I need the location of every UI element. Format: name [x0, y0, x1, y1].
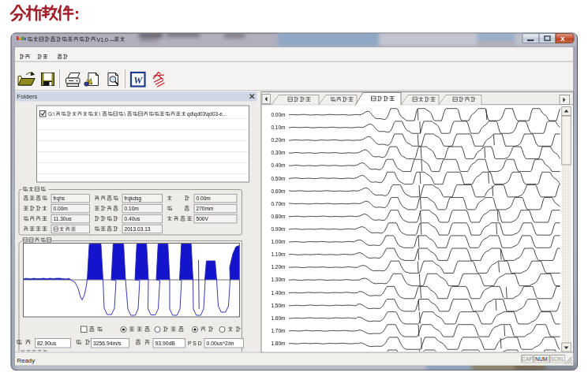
svg-text:1.50m: 1.50m [271, 303, 285, 308]
svg-text:0.10m: 0.10m [271, 125, 285, 130]
svg-text:3256.94m/s: 3256.94m/s [93, 341, 122, 346]
svg-text:\: \ [124, 111, 125, 117]
svg-text:0.00m: 0.00m [271, 112, 285, 117]
svg-text:frqkdsg: frqkdsg [125, 195, 142, 202]
svg-text:SCRL: SCRL [550, 356, 564, 362]
svg-text:\: \ [99, 111, 101, 117]
svg-text:0.90m: 0.90m [271, 226, 285, 232]
svg-text:0.80m: 0.80m [271, 214, 285, 219]
svg-text:0.40m: 0.40m [271, 162, 285, 168]
svg-text:—: — [110, 37, 115, 43]
svg-text:qd\qd03\qd03-e...: qd\qd03\qd03-e... [187, 111, 227, 117]
svg-text:11.30us: 11.30us [54, 216, 73, 222]
svg-text:0.30m: 0.30m [271, 150, 285, 155]
svg-text:Ready: Ready [17, 357, 36, 364]
svg-text:0.70m: 0.70m [271, 201, 285, 207]
svg-text:0.20m: 0.20m [271, 137, 285, 143]
svg-text:0.60m: 0.60m [271, 188, 285, 194]
svg-text:1.10m: 1.10m [271, 251, 285, 257]
svg-text:P S D: P S D [188, 341, 202, 346]
svg-text:1.20m: 1.20m [271, 264, 285, 270]
svg-text:CAP: CAP [522, 356, 533, 362]
svg-text:1.80m: 1.80m [271, 341, 285, 346]
svg-text:82.90us: 82.90us [37, 341, 57, 346]
svg-text:2013.03.13: 2013.03.13 [125, 226, 151, 232]
svg-text:0.10m: 0.10m [125, 206, 140, 211]
svg-text:270mm: 270mm [197, 206, 214, 211]
svg-text:1.00m: 1.00m [271, 239, 285, 244]
svg-text:0.00m: 0.00m [54, 206, 69, 211]
svg-text:NUM: NUM [535, 356, 548, 362]
svg-text:x: x [560, 34, 565, 43]
svg-text:93.90dB: 93.90dB [155, 341, 176, 346]
svg-text:1.40m: 1.40m [271, 290, 285, 296]
svg-text:V1.0: V1.0 [97, 37, 109, 43]
svg-text:0.00m: 0.00m [197, 195, 212, 201]
svg-text:1.70m: 1.70m [271, 328, 285, 333]
svg-text:1.60m: 1.60m [271, 315, 285, 321]
svg-text:W: W [133, 75, 143, 86]
svg-text:0.40us: 0.40us [125, 216, 141, 222]
svg-text:0.50m: 0.50m [271, 176, 285, 181]
svg-text:500V: 500V [197, 216, 209, 222]
svg-text:1.30m: 1.30m [271, 277, 285, 282]
svg-text:0.00us^2/m: 0.00us^2/m [207, 341, 234, 346]
svg-text:frqhs: frqhs [54, 195, 66, 202]
svg-text:G:\: G:\ [48, 111, 55, 117]
svg-text:Folders: Folders [17, 93, 38, 100]
